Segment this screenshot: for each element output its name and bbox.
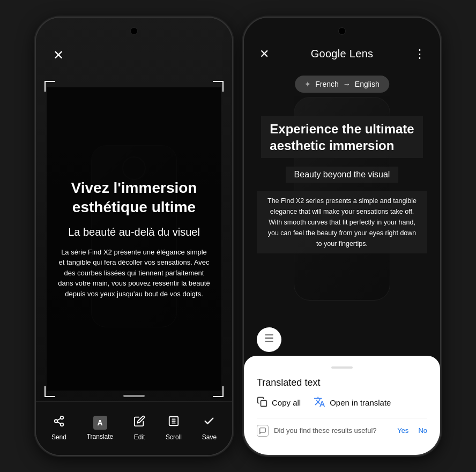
save-icon [203, 415, 215, 430]
sheet-divider [257, 418, 427, 418]
filter-icon [264, 333, 274, 346]
feedback-row: Did you find these results useful? Yes N… [257, 425, 427, 437]
google-translate-icon [314, 396, 325, 409]
feedback-icon [257, 425, 269, 437]
selection-corner-tr [213, 81, 224, 92]
lang-arrow: → [343, 80, 351, 88]
selection-corner-bl [44, 386, 55, 397]
sheet-title: Translated text [257, 377, 427, 388]
right-screen: ✕ Google Lens ⋮ ✦ French → English [244, 18, 440, 455]
lens-word: Lens [349, 48, 374, 59]
copy-icon [257, 396, 267, 409]
left-phone: ✕ Vivez l'immersion esthétique ultime La… [35, 17, 233, 456]
selection-corner-br [213, 386, 224, 397]
feedback-question: Did you find these results useful? [274, 426, 388, 434]
filter-button[interactable] [257, 327, 281, 352]
sheet-handle [331, 366, 353, 369]
svg-line-4 [57, 418, 61, 421]
google-lens-title: Google Lens [311, 48, 374, 60]
language-pill[interactable]: ✦ French → English [295, 76, 389, 93]
translate-label: Translate [87, 433, 114, 440]
right-phone: ✕ Google Lens ⋮ ✦ French → English [243, 17, 441, 456]
edit-label: Edit [134, 433, 145, 441]
translated-body: The Find X2 series presents a simple and… [257, 191, 427, 253]
target-language: English [355, 80, 380, 88]
left-toolbar: Send A Translate Edit [36, 401, 232, 455]
toolbar-edit[interactable]: Edit [127, 411, 152, 445]
svg-line-3 [57, 422, 61, 424]
source-language: French [315, 80, 339, 88]
translated-title: Experience the ultimateaesthetic immersi… [261, 116, 422, 158]
google-brand: Google [311, 48, 349, 59]
overlay-title: Vivez l'immersion esthétique ultime [57, 178, 211, 218]
swipe-indicator [123, 395, 145, 397]
share-icon [53, 415, 65, 430]
selection-corner-tl [44, 81, 55, 92]
copy-all-label: Copy all [272, 398, 301, 407]
more-options-button[interactable]: ⋮ [410, 44, 429, 64]
feedback-yes-button[interactable]: Yes [397, 426, 408, 434]
star-icon: ✦ [304, 80, 311, 88]
left-close-button[interactable]: ✕ [49, 46, 68, 65]
copy-all-button[interactable]: Copy all [257, 396, 301, 409]
feedback-no-button[interactable]: No [418, 426, 427, 434]
toolbar-scroll[interactable]: Scroll [159, 411, 188, 445]
scroll-label: Scroll [166, 433, 182, 441]
sheet-actions: Copy all Open in translate [257, 396, 427, 409]
edit-icon [133, 415, 145, 430]
toolbar-translate[interactable]: A Translate [80, 411, 120, 445]
translated-subtitle: Beauty beyond the visual [286, 167, 399, 183]
send-label: Send [51, 433, 66, 441]
right-header: ✕ Google Lens ⋮ [244, 39, 440, 69]
right-status-bar [244, 18, 440, 38]
translate-icon: A [93, 416, 107, 430]
bottom-sheet: Translated text Copy all [244, 356, 440, 455]
overlay-subtitle: La beauté au-delà du visuel [68, 226, 200, 238]
scroll-icon [168, 415, 180, 430]
phones-container: ✕ Vivez l'immersion esthétique ultime La… [24, 6, 452, 467]
save-label: Save [202, 433, 217, 441]
toolbar-send[interactable]: Send [45, 411, 73, 445]
left-screen: ✕ Vivez l'immersion esthétique ultime La… [36, 18, 232, 455]
translated-overlay: Vivez l'immersion esthétique ultime La b… [47, 87, 221, 391]
open-in-translate-label: Open in translate [330, 398, 391, 407]
overlay-body: La série Find X2 présente une élégance s… [57, 247, 211, 299]
open-in-translate-button[interactable]: Open in translate [314, 396, 391, 409]
left-status-bar [36, 18, 232, 38]
right-close-button[interactable]: ✕ [255, 44, 274, 64]
svg-rect-9 [261, 400, 267, 406]
toolbar-save[interactable]: Save [196, 411, 223, 445]
